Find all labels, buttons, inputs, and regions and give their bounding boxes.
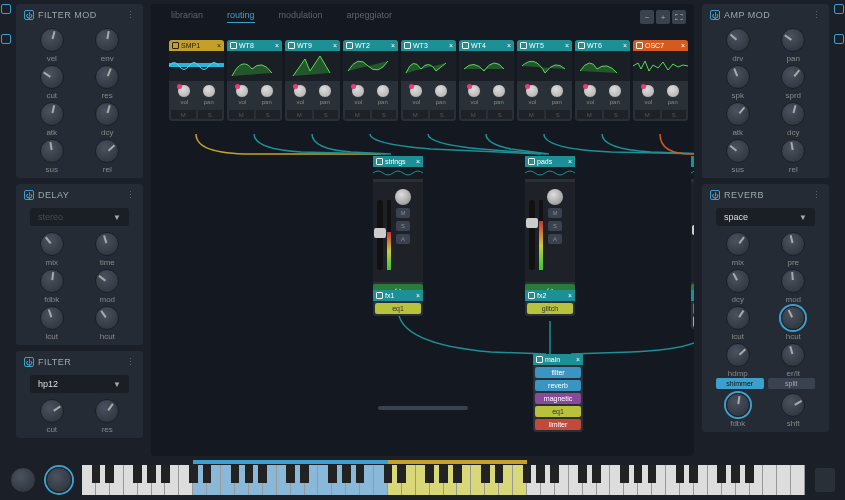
osc-solo[interactable]: S bbox=[488, 110, 513, 119]
osc-pan-knob[interactable] bbox=[666, 84, 680, 98]
piano-black-key[interactable] bbox=[495, 465, 504, 483]
osc-close[interactable]: × bbox=[565, 42, 569, 49]
osc-waveform[interactable] bbox=[227, 51, 282, 81]
dcy-knob[interactable] bbox=[781, 102, 805, 126]
power-toggle[interactable]: ⏻ bbox=[710, 190, 720, 200]
osc-mute[interactable]: M bbox=[229, 110, 254, 119]
piano-black-key[interactable] bbox=[648, 465, 657, 483]
hcut-knob[interactable] bbox=[781, 306, 805, 330]
fx-close[interactable]: × bbox=[568, 292, 572, 299]
side-toggle-2[interactable] bbox=[1, 34, 11, 44]
time-knob[interactable] bbox=[95, 232, 119, 256]
power-toggle[interactable]: ⏻ bbox=[24, 190, 34, 200]
mod-knob[interactable] bbox=[781, 269, 805, 293]
fdbk-knob[interactable] bbox=[40, 269, 64, 293]
piano-black-key[interactable] bbox=[161, 465, 170, 483]
osc-solo[interactable]: S bbox=[314, 110, 339, 119]
mix-knob[interactable] bbox=[40, 232, 64, 256]
side-toggle-r2[interactable] bbox=[834, 34, 844, 44]
osc-vol-knob[interactable] bbox=[525, 84, 539, 98]
piano-black-key[interactable] bbox=[439, 465, 448, 483]
side-toggle-r1[interactable] bbox=[834, 4, 844, 14]
osc-waveform[interactable] bbox=[517, 51, 572, 81]
piano-black-key[interactable] bbox=[397, 465, 406, 483]
piano-black-key[interactable] bbox=[550, 465, 559, 483]
osc-power[interactable] bbox=[230, 42, 237, 49]
sus-knob[interactable] bbox=[40, 139, 64, 163]
module-menu[interactable]: ⋮ bbox=[126, 10, 135, 20]
mixer-power[interactable] bbox=[376, 158, 383, 165]
mixer-close[interactable]: × bbox=[568, 158, 572, 165]
osc-close[interactable]: × bbox=[681, 42, 685, 49]
osc-pan-knob[interactable] bbox=[492, 84, 506, 98]
osc-waveform[interactable] bbox=[401, 51, 456, 81]
piano-black-key[interactable] bbox=[634, 465, 643, 483]
piano-key[interactable] bbox=[791, 465, 805, 495]
osc-pan-knob[interactable] bbox=[202, 84, 216, 98]
tab-routing[interactable]: routing bbox=[227, 8, 255, 23]
piano-black-key[interactable] bbox=[342, 465, 351, 483]
osc-pan-knob[interactable] bbox=[376, 84, 390, 98]
osc-close[interactable]: × bbox=[507, 42, 511, 49]
mix-knob[interactable] bbox=[726, 232, 750, 256]
osc-mute[interactable]: M bbox=[461, 110, 486, 119]
filter-preset-dropdown[interactable]: hp12▼ bbox=[30, 375, 129, 393]
osc-solo[interactable]: S bbox=[662, 110, 687, 119]
piano-black-key[interactable] bbox=[105, 465, 114, 483]
mixer-solo[interactable]: S bbox=[396, 221, 410, 231]
piano-black-key[interactable] bbox=[676, 465, 685, 483]
piano-black-key[interactable] bbox=[300, 465, 309, 483]
osc-vol-knob[interactable] bbox=[293, 84, 307, 98]
main-slot-reverb[interactable]: reverb bbox=[535, 380, 581, 391]
osc-solo[interactable]: S bbox=[604, 110, 629, 119]
osc-vol-knob[interactable] bbox=[409, 84, 423, 98]
res-knob[interactable] bbox=[95, 399, 119, 423]
mixer-power[interactable] bbox=[528, 158, 535, 165]
osc-mute[interactable]: M bbox=[171, 110, 196, 119]
module-menu[interactable]: ⋮ bbox=[126, 357, 135, 367]
piano-black-key[interactable] bbox=[689, 465, 698, 483]
module-menu[interactable]: ⋮ bbox=[126, 190, 135, 200]
mixer-aux[interactable]: A bbox=[548, 234, 562, 244]
piano-black-key[interactable] bbox=[245, 465, 254, 483]
main-slot-magnetic[interactable]: magnetic bbox=[535, 393, 581, 404]
osc-power[interactable] bbox=[288, 42, 295, 49]
main-slot-filter[interactable]: filter bbox=[535, 367, 581, 378]
canvas-tool-0[interactable]: − bbox=[640, 10, 654, 24]
cut-knob[interactable] bbox=[40, 399, 64, 423]
osc-mute[interactable]: M bbox=[635, 110, 660, 119]
cut-knob[interactable] bbox=[40, 65, 64, 89]
dcy-knob[interactable] bbox=[726, 269, 750, 293]
osc-waveform[interactable] bbox=[343, 51, 398, 81]
piano-black-key[interactable] bbox=[286, 465, 295, 483]
canvas-tool-1[interactable]: + bbox=[656, 10, 670, 24]
power-toggle[interactable]: ⏻ bbox=[24, 10, 34, 20]
global-knob-1[interactable] bbox=[10, 467, 36, 493]
reverb-preset-dropdown[interactable]: space▼ bbox=[716, 208, 815, 226]
piano-black-key[interactable] bbox=[731, 465, 740, 483]
atk-knob[interactable] bbox=[40, 102, 64, 126]
tab-modulation[interactable]: modulation bbox=[279, 8, 323, 23]
hdmp-knob[interactable] bbox=[726, 343, 750, 367]
osc-mute[interactable]: M bbox=[345, 110, 370, 119]
osc-pan-knob[interactable] bbox=[550, 84, 564, 98]
osc-power[interactable] bbox=[346, 42, 353, 49]
split-button[interactable]: split bbox=[768, 378, 816, 389]
piano-black-key[interactable] bbox=[592, 465, 601, 483]
rel-knob[interactable] bbox=[95, 139, 119, 163]
osc-mute[interactable]: M bbox=[403, 110, 428, 119]
pre-knob[interactable] bbox=[781, 232, 805, 256]
fx-slot-chorus[interactable]: chorus bbox=[693, 316, 694, 327]
power-toggle[interactable]: ⏻ bbox=[24, 357, 34, 367]
osc-close[interactable]: × bbox=[391, 42, 395, 49]
piano-black-key[interactable] bbox=[745, 465, 754, 483]
osc-mute[interactable]: M bbox=[519, 110, 544, 119]
module-menu[interactable]: ⋮ bbox=[812, 190, 821, 200]
osc-waveform[interactable] bbox=[459, 51, 514, 81]
main-slot-limiter[interactable]: limiter bbox=[535, 419, 581, 430]
mixer-mute[interactable]: M bbox=[396, 208, 410, 218]
tab-arpeggiator[interactable]: arpeggiator bbox=[347, 8, 393, 23]
rel-knob[interactable] bbox=[781, 139, 805, 163]
osc-solo[interactable]: S bbox=[198, 110, 223, 119]
mixer-solo[interactable]: S bbox=[548, 221, 562, 231]
